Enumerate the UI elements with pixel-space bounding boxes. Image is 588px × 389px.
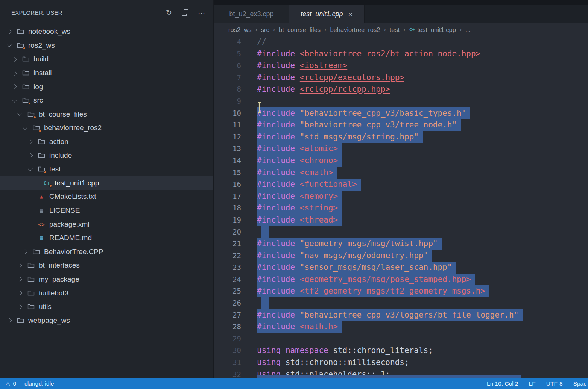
breadcrumb-item[interactable]: ... [465, 26, 471, 33]
close-icon[interactable]: × [348, 10, 352, 18]
line-content: #include <rclcpp/executors.hpp> [257, 72, 404, 84]
folder-icon [21, 70, 30, 77]
code-line-6[interactable]: 6#include <iostream> [214, 60, 588, 72]
tree-folder-build[interactable]: build [0, 52, 213, 66]
status-item-indentation[interactable]: Spac [573, 380, 586, 387]
tree-file-CMakeLists.txt[interactable]: ▲CMakeLists.txt [0, 190, 213, 204]
code-line-21[interactable]: 21#include "geometry_msgs/msg/twist.hpp" [214, 238, 588, 250]
code-line-4[interactable]: 4//-------------------------------------… [214, 36, 588, 48]
tree-folder-my_package[interactable]: my_package [0, 272, 213, 286]
code-line-24[interactable]: 24#include <geometry_msgs/msg/pose_stamp… [214, 274, 588, 286]
tree-file-test_unit1.cpp[interactable]: C+test_unit1.cpp [0, 176, 213, 190]
code-line-14[interactable]: 14#include <chrono> [214, 155, 588, 167]
breadcrumb-item[interactable]: test [390, 26, 400, 33]
breadcrumb-item[interactable]: bt_course_files [279, 26, 321, 33]
status-item-clangd-status[interactable]: clangd: idle [24, 380, 54, 387]
code-line-8[interactable]: 8#include <rclcpp/rclcpp.hpp> [214, 83, 588, 95]
code-line-23[interactable]: 23#include "sensor_msgs/msg/laser_scan.h… [214, 262, 588, 274]
code-line-10[interactable]: 10#include "behaviortree_cpp_v3/basic_ty… [214, 107, 588, 120]
chevron-icon[interactable] [17, 111, 22, 116]
tree-folder-include[interactable]: include [0, 148, 213, 162]
status-left: ⚠0clangd: idle [5, 380, 54, 387]
selection-highlight: #include <math.h> [257, 321, 342, 333]
chevron-icon[interactable] [23, 125, 27, 130]
breadcrumb-item[interactable]: src [261, 26, 269, 33]
chevron-icon[interactable] [17, 304, 22, 309]
chevron-icon[interactable] [28, 153, 33, 158]
tree-folder-install[interactable]: install [0, 66, 213, 80]
code-line-31[interactable]: 31using std::chrono::milliseconds; [214, 357, 588, 369]
code-line-26[interactable]: 26 [214, 297, 588, 309]
tree-folder-utils[interactable]: utils [0, 300, 213, 314]
tree-file-LICENSE[interactable]: ▤LICENSE [0, 204, 213, 218]
tab-label: test_unit1.cpp [301, 10, 343, 18]
chevron-icon[interactable] [17, 277, 22, 282]
code-line-19[interactable]: 19#include <thread> [214, 214, 588, 226]
tree-folder-turtlebot3[interactable]: turtlebot3 [0, 286, 213, 300]
folder-icon [27, 262, 35, 269]
refresh-explorer-icon[interactable]: ↻ [166, 9, 172, 16]
editor-horizontal-scrollbar[interactable] [257, 375, 521, 378]
code-line-22[interactable]: 22#include "nav_msgs/msg/odometry.hpp" [214, 250, 588, 262]
code-line-16[interactable]: 16#include <functional> [214, 179, 588, 191]
tree-folder-src[interactable]: src [0, 94, 213, 107]
more-actions-icon[interactable]: ··· [198, 9, 205, 16]
chevron-icon[interactable] [12, 71, 17, 76]
folder-icon [37, 138, 46, 145]
code-line-17[interactable]: 17#include <memory> [214, 191, 588, 203]
line-number: 7 [214, 72, 241, 84]
breadcrumb-item[interactable]: behaviortree_ros2 [330, 26, 380, 33]
tree-folder-webpage_ws[interactable]: webpage_ws [0, 313, 213, 327]
tree-folder-log[interactable]: log [0, 80, 213, 94]
tree-item-label: BehaviorTree.CPP [44, 248, 103, 256]
code-line-20[interactable]: 20 [214, 226, 588, 238]
status-item-cursor-position[interactable]: Ln 10, Col 2 [487, 380, 518, 387]
chevron-icon[interactable] [23, 249, 27, 254]
line-content: #include <rclcpp/rclcpp.hpp> [257, 83, 390, 95]
code-line-9[interactable]: 9 [214, 95, 588, 107]
chevron-icon[interactable] [17, 263, 22, 268]
code-editor[interactable]: 4//-------------------------------------… [214, 36, 588, 378]
tab-bt_u2_ex3.cpp[interactable]: bt_u2_ex3.cpp [214, 5, 289, 23]
breadcrumb-item[interactable]: ros2_ws [228, 26, 251, 33]
code-line-13[interactable]: 13#include <atomic> [214, 143, 588, 155]
chevron-icon[interactable] [17, 291, 22, 295]
chevron-icon[interactable] [7, 318, 12, 323]
code-line-27[interactable]: 27#include "behaviortree_cpp_v3/loggers/… [214, 309, 588, 321]
status-item-problems[interactable]: ⚠0 [5, 380, 16, 387]
tree-folder-action[interactable]: action [0, 135, 213, 149]
split-editor-icon[interactable] [182, 9, 188, 16]
code-line-18[interactable]: 18#include <string> [214, 202, 588, 214]
code-line-29[interactable]: 29 [214, 333, 588, 345]
breadcrumb-item[interactable]: C+test_unit1.cpp [409, 26, 456, 33]
tree-folder-test[interactable]: test [0, 162, 213, 176]
chevron-icon[interactable] [28, 139, 33, 144]
tab-test_unit1.cpp[interactable]: test_unit1.cpp× [289, 5, 365, 23]
code-line-12[interactable]: 12#include "std_msgs/msg/string.hpp" [214, 131, 588, 143]
tree-file-package.xml[interactable]: <>package.xml [0, 217, 213, 231]
code-line-5[interactable]: 5#include <behaviortree_ros2/bt_action_n… [214, 48, 588, 60]
tree-folder-notebook_ws[interactable]: notebook_ws [0, 25, 213, 39]
tree-folder-ros2_ws[interactable]: ros2_ws [0, 39, 213, 53]
status-item-eol-sequence[interactable]: LF [529, 380, 536, 387]
code-line-15[interactable]: 15#include <cmath> [214, 167, 588, 179]
code-line-28[interactable]: 28#include <math.h> [214, 321, 588, 333]
line-number: 22 [214, 250, 241, 262]
code-line-30[interactable]: 30using namespace std::chrono_literals; [214, 345, 588, 357]
chevron-icon[interactable] [12, 57, 17, 62]
line-number: 5 [214, 48, 241, 60]
tree-folder-behaviortree_ros2[interactable]: behaviortree_ros2 [0, 121, 213, 135]
tree-file-README.md[interactable]: ≣README.md [0, 231, 213, 245]
code-line-25[interactable]: 25#include <tf2_geometry_msgs/tf2_geomet… [214, 285, 588, 297]
status-item-encoding[interactable]: UTF-8 [546, 380, 563, 387]
chevron-icon[interactable] [12, 97, 17, 102]
code-line-7[interactable]: 7#include <rclcpp/executors.hpp> [214, 72, 588, 84]
chevron-icon[interactable] [7, 29, 12, 34]
tree-folder-bt_course_files[interactable]: bt_course_files [0, 107, 213, 121]
tree-folder-BehaviorTree.CPP[interactable]: BehaviorTree.CPP [0, 245, 213, 259]
chevron-icon[interactable] [12, 84, 17, 89]
tree-folder-bt_interfaces[interactable]: bt_interfaces [0, 259, 213, 272]
chevron-icon[interactable] [28, 166, 33, 171]
chevron-icon[interactable] [7, 42, 12, 47]
code-line-11[interactable]: 11#include "behaviortree_cpp_v3/tree_nod… [214, 119, 588, 131]
